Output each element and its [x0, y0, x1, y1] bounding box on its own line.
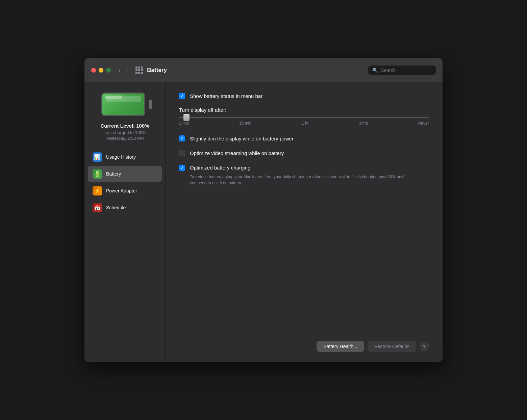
schedule-icon: 📅: [93, 203, 102, 212]
main-content: Current Level: 100% Last charged to 100%…: [84, 82, 443, 362]
battery-cap: [149, 100, 152, 109]
system-preferences-window: ‹ › Battery 🔍: [84, 58, 443, 362]
restore-defaults-button[interactable]: Restore Defaults: [368, 341, 416, 352]
optimized-charging-checkbox[interactable]: [179, 165, 185, 171]
dim-display-row: Slightly dim the display while on batter…: [179, 135, 429, 142]
slider-section: Turn display off after: 1 min 15 min 1 h…: [179, 107, 429, 126]
show-battery-status-checkbox[interactable]: [179, 93, 185, 99]
charge-time: Yesterday, 2:50 PM: [100, 136, 149, 141]
power-adapter-label: Power Adapter: [106, 188, 137, 193]
bottom-bar: Battery Health... Restore Defaults ?: [179, 334, 429, 352]
show-battery-status-label: Show battery status in menu bar: [190, 93, 262, 100]
dim-display-checkbox[interactable]: [179, 135, 185, 141]
battery-body: [101, 93, 145, 116]
slider-label-1hr: 1 hr: [302, 121, 309, 126]
nav-buttons: ‹ ›: [116, 65, 130, 75]
right-panel: Show battery status in menu bar Turn dis…: [166, 82, 443, 362]
battery-icon: 🔋: [93, 169, 102, 179]
sidebar-nav: 📊 Usage History 🔋 Battery ⚡ Power Adapte…: [84, 149, 165, 216]
fullscreen-button[interactable]: [106, 68, 111, 73]
optimize-video-checkbox[interactable]: [179, 150, 185, 156]
minimize-button[interactable]: [99, 68, 103, 73]
battery-info: Current Level: 100% Last charged to 100%…: [100, 123, 149, 141]
schedule-label: Schedule: [106, 205, 126, 210]
battery-visual: [101, 93, 149, 116]
dim-display-label: Slightly dim the display while on batter…: [190, 135, 294, 142]
sidebar-item-power-adapter[interactable]: ⚡ Power Adapter: [88, 183, 162, 199]
sidebar-item-usage-history[interactable]: 📊 Usage History: [88, 149, 162, 165]
optimize-video-row: Optimize video streaming while on batter…: [179, 150, 429, 157]
turn-display-off-label: Turn display off after:: [179, 107, 429, 113]
search-box[interactable]: 🔍: [368, 65, 436, 75]
sidebar-item-schedule[interactable]: 📅 Schedule: [88, 200, 162, 216]
current-level: Current Level: 100%: [100, 123, 149, 129]
search-input[interactable]: [381, 68, 432, 73]
usage-history-label: Usage History: [106, 154, 136, 160]
power-adapter-icon: ⚡: [93, 186, 102, 195]
window-title: Battery: [147, 67, 368, 74]
sidebar-item-battery[interactable]: 🔋 Battery: [88, 166, 162, 182]
slider-label-15min: 15 min: [239, 121, 251, 126]
slider-labels: 1 min 15 min 1 hr 3 hrs Never: [179, 121, 429, 126]
help-button[interactable]: ?: [420, 342, 429, 351]
optimized-charging-label: Optimized battery charging: [190, 164, 250, 171]
battery-health-button[interactable]: Battery Health...: [317, 341, 364, 352]
search-icon: 🔍: [372, 68, 378, 73]
optimized-charging-description: To reduce battery aging, your Mac learns…: [190, 174, 406, 186]
forward-button[interactable]: ›: [124, 65, 130, 75]
battery-label: Battery: [106, 171, 121, 177]
show-battery-status-row: Show battery status in menu bar: [179, 93, 429, 100]
last-charged: Last charged to 100%: [100, 130, 149, 135]
optimize-video-label: Optimize video streaming while on batter…: [190, 150, 284, 157]
slider-container: [179, 117, 429, 118]
sidebar: Current Level: 100% Last charged to 100%…: [84, 82, 166, 362]
back-button[interactable]: ‹: [116, 65, 123, 75]
battery-icon-container: [101, 93, 149, 116]
slider-label-1min: 1 min: [179, 121, 189, 126]
traffic-lights: [91, 68, 111, 73]
grid-icon[interactable]: [135, 67, 143, 74]
usage-history-icon: 📊: [93, 152, 102, 162]
slider-label-never: Never: [418, 121, 429, 126]
optimized-charging-row: Optimized battery charging To reduce bat…: [179, 164, 429, 186]
battery-shine: [105, 96, 122, 99]
titlebar: ‹ › Battery 🔍: [84, 58, 443, 82]
close-button[interactable]: [91, 68, 96, 73]
slider-track: [179, 117, 429, 118]
slider-label-3hrs: 3 hrs: [359, 121, 368, 126]
slider-thumb[interactable]: [183, 114, 190, 121]
